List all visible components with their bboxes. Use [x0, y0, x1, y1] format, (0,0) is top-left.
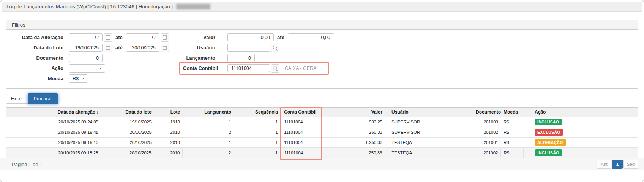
moeda-select-value: R$ — [73, 76, 79, 81]
documento-input[interactable] — [69, 54, 103, 62]
calendar-button[interactable] — [161, 44, 169, 52]
excel-button[interactable]: Excel — [6, 94, 28, 104]
cell-sequencia: 1 — [234, 127, 280, 138]
valor-label: Valor — [183, 35, 215, 40]
data-alteracao-to-input[interactable] — [126, 33, 159, 41]
cell-valor: 250,33 — [347, 127, 385, 138]
column-header-usuario[interactable]: Usuário — [385, 108, 476, 117]
status-badge-exclusao: EXCLUSÃO — [535, 129, 563, 136]
cell-moeda: R$ — [500, 117, 523, 127]
usuario-input[interactable] — [227, 44, 270, 52]
cell-acao: EXCLUSÃO — [523, 127, 638, 138]
column-header-sequencia[interactable]: Sequência — [234, 108, 280, 117]
column-header-conta-contabil[interactable]: Conta Contábil — [280, 108, 347, 117]
next-page-button[interactable]: Seg — [623, 160, 638, 169]
calendar-icon — [106, 46, 110, 50]
cell-valor: 250,33 — [347, 148, 385, 158]
ate-label: até — [277, 35, 284, 40]
filters-body: Data da Alteração até Valor até Data — [6, 30, 638, 88]
cell-data-lote: 20/10/2025 — [101, 148, 154, 158]
cell-lancamento: 2 — [182, 127, 234, 138]
conta-contabil-search-button[interactable] — [271, 64, 279, 73]
filter-row: Moeda R$ — [12, 74, 638, 83]
data-lote-from-input[interactable] — [69, 44, 103, 52]
prev-page-button[interactable]: Ant — [597, 160, 611, 169]
results-table: Data da alteração↓ Data do lote Lote Lan… — [6, 107, 638, 158]
moeda-select[interactable]: R$ — [69, 74, 87, 83]
cell-lote: 2010 — [154, 127, 182, 138]
filter-group-usuario: Usuário — [183, 44, 279, 52]
column-header-documento[interactable]: Documento — [476, 108, 500, 117]
filter-row: Data do Lote até Usuário — [12, 43, 638, 52]
cell-acao: INCLUSÃO — [523, 117, 638, 127]
table-row[interactable]: 20/10/2025 09:24:05 19/10/2025 1910 1 1 … — [6, 117, 638, 127]
sort-descending-icon: ↓ — [96, 109, 98, 115]
valor-to-input[interactable] — [288, 33, 334, 41]
calendar-button[interactable] — [104, 44, 112, 52]
moeda-label: Moeda — [12, 76, 63, 81]
calendar-button[interactable] — [104, 33, 112, 42]
cell-valor: 933,25 — [347, 117, 385, 127]
calendar-button[interactable] — [161, 33, 169, 42]
filter-group-data-alteracao: Data da Alteração até — [12, 33, 183, 42]
cell-usuario: SUPERVISOR — [385, 117, 476, 127]
data-lote-to-input[interactable] — [126, 44, 159, 52]
column-header-data-alteracao[interactable]: Data da alteração↓ — [6, 108, 101, 117]
cell-acao: ALTERAÇÃO — [523, 138, 638, 148]
cell-data-alteracao: 20/10/2025 09:19:48 — [6, 127, 101, 138]
filter-group-moeda: Moeda R$ — [12, 74, 183, 83]
chevron-down-icon — [81, 76, 84, 79]
conta-contabil-input[interactable] — [227, 64, 270, 72]
table-row[interactable]: 20/10/2025 09:19:13 20/10/2025 2010 1 1 … — [6, 138, 638, 148]
title-bar: Log de Lançamentos Manuais (WpCtConsl) |… — [2, 2, 642, 12]
data-lote-label: Data do Lote — [12, 45, 63, 51]
table-row[interactable]: 20/10/2025 09:19:48 20/10/2025 2010 2 1 … — [6, 127, 638, 138]
cell-conta-contabil: 11101004 — [280, 138, 347, 148]
acao-select[interactable] — [69, 64, 105, 73]
column-header-lote[interactable]: Lote — [154, 108, 182, 117]
lancamento-input[interactable] — [227, 54, 255, 62]
cell-documento: 201002 — [476, 148, 500, 158]
column-header-valor[interactable]: Valor — [347, 108, 385, 117]
cell-data-alteracao: 20/10/2025 09:18:28 — [6, 148, 101, 158]
pager: Ant 1 Seg — [597, 160, 638, 169]
table-row[interactable]: 20/10/2025 09:18:28 20/10/2025 2010 2 1 … — [6, 148, 638, 158]
filter-group-valor: Valor até — [183, 33, 334, 41]
column-header-lancamento[interactable]: Lançamento — [182, 108, 234, 117]
cell-moeda: R$ — [500, 127, 523, 138]
cell-usuario: SUPERVISOR — [385, 127, 476, 138]
cell-sequencia: 1 — [234, 148, 280, 158]
column-header-acao[interactable]: Ação — [523, 108, 638, 117]
column-header-moeda[interactable]: Moeda — [500, 108, 523, 117]
column-header-data-lote[interactable]: Data do lote — [101, 108, 154, 117]
cell-conta-contabil: 11101004 — [280, 127, 347, 138]
acao-label: Ação — [12, 65, 63, 71]
usuario-label: Usuário — [183, 45, 215, 51]
table-header-row: Data da alteração↓ Data do lote Lote Lan… — [6, 108, 638, 117]
valor-from-input[interactable] — [227, 33, 274, 41]
cell-lote: 1910 — [154, 117, 182, 127]
procurar-button[interactable]: Procurar — [28, 93, 58, 104]
calendar-icon — [106, 35, 110, 40]
data-alteracao-from-input[interactable] — [69, 33, 103, 41]
usuario-search-button[interactable] — [271, 44, 279, 52]
cell-acao: INCLUSÃO — [523, 148, 638, 158]
filter-row: Documento Lançamento — [12, 54, 638, 62]
ate-label: até — [115, 35, 123, 40]
filter-row: Data da Alteração até Valor até — [12, 33, 638, 42]
cell-data-alteracao: 20/10/2025 09:19:13 — [6, 138, 101, 148]
current-page-button[interactable]: 1 — [612, 160, 623, 169]
search-icon — [273, 46, 278, 50]
toolbar: Excel Procurar — [6, 93, 638, 104]
cell-usuario: TESTEQA — [385, 138, 476, 148]
redacted-text — [176, 4, 210, 9]
cell-sequencia: 1 — [234, 117, 280, 127]
cell-lancamento: 1 — [182, 138, 234, 148]
cell-lancamento: 2 — [182, 148, 234, 158]
ate-label: até — [115, 45, 123, 51]
data-alteracao-label: Data da Alteração — [12, 35, 63, 40]
cell-valor: 1.250,33 — [347, 138, 385, 148]
cell-documento: 201003 — [476, 117, 500, 127]
lancamento-label: Lançamento — [183, 55, 215, 61]
filter-group-data-lote: Data do Lote até — [12, 44, 183, 52]
